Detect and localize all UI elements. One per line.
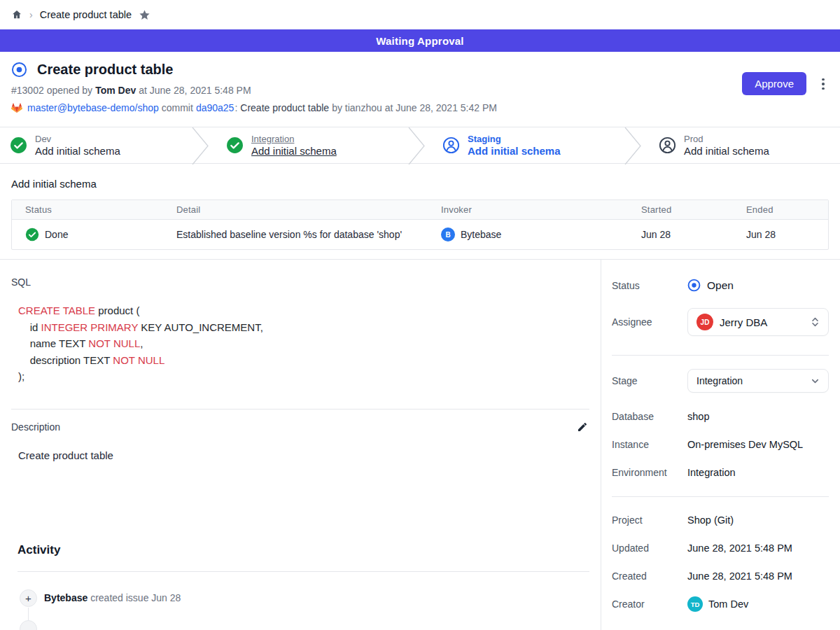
page-title: Create product table — [37, 62, 173, 78]
assignee-value: Jerry DBA — [720, 316, 804, 328]
project-label: Project — [612, 514, 687, 526]
stage-env-label: Staging — [468, 134, 561, 145]
environment-value: Integration — [687, 467, 736, 478]
col-ended: Ended — [733, 200, 828, 219]
pencil-icon — [577, 421, 588, 433]
timeline-connector — [28, 608, 29, 621]
description-label: Description — [11, 421, 60, 433]
task-ended: Jun 28 — [733, 220, 828, 249]
stage-task-label: Add initial schema — [684, 145, 769, 158]
stage-value: Integration — [696, 375, 804, 386]
instance-value: On-premises Dev MySQL — [687, 439, 803, 450]
divider — [612, 355, 829, 356]
chevron-down-icon — [811, 377, 820, 386]
stage-separator — [191, 127, 209, 164]
col-status: Status — [12, 200, 163, 219]
gitlab-icon — [11, 103, 22, 113]
opened-by-user: Tom Dev — [95, 84, 136, 97]
task-status: Done — [45, 229, 68, 240]
commit-hash-link[interactable]: da90a25 — [196, 102, 234, 114]
approval-banner: Waiting Approval — [0, 29, 840, 52]
updated-value: June 28, 2021 5:48 PM — [687, 542, 792, 554]
breadcrumb-chevron-icon: › — [29, 9, 33, 20]
open-status-icon — [687, 279, 701, 292]
project-value: Shop (Git) — [687, 514, 734, 526]
unfold-icon — [811, 316, 820, 328]
description-text: Create product table — [18, 449, 589, 461]
activity-action: created issue — [90, 592, 148, 603]
stage-task-label: Add initial schema — [35, 145, 120, 158]
instance-label: Instance — [612, 439, 687, 450]
edit-description-button[interactable] — [575, 420, 589, 434]
task-section: Add initial schema Status Detail Invoker… — [0, 164, 840, 260]
issue-sidebar: Status Open Assignee JD Jerry DBA Stage — [601, 260, 840, 630]
activity-time: Jun 28 — [151, 592, 181, 603]
environment-label: Environment — [612, 467, 687, 478]
divider — [18, 571, 589, 572]
issue-meta: #13002 opened by Tom Dev at June 28, 202… — [11, 84, 829, 97]
col-started: Started — [628, 200, 733, 219]
star-icon[interactable] — [139, 9, 150, 21]
stage-env-label: Prod — [684, 134, 769, 145]
task-section-title: Add initial schema — [11, 178, 829, 190]
activity-actor: Bytebase — [44, 592, 88, 603]
database-label: Database — [612, 411, 687, 422]
vcs-branch-link[interactable]: master@bytebase-demo/shop — [27, 102, 159, 114]
invoker-avatar: B — [441, 227, 455, 241]
breadcrumb: › Create product table — [0, 0, 840, 29]
table-row[interactable]: Done Established baseline version %s for… — [12, 220, 828, 249]
home-icon[interactable] — [11, 9, 22, 20]
stage-dev[interactable]: Dev Add initial schema — [0, 127, 191, 163]
stage-task-label: Add initial schema — [251, 145, 337, 158]
commit-message: Create product table — [240, 102, 329, 114]
status-value: Open — [707, 279, 734, 292]
divider — [11, 409, 589, 410]
creator-label: Creator — [612, 598, 687, 610]
task-started: Jun 28 — [628, 220, 733, 249]
stage-env-label: Integration — [251, 134, 337, 145]
issue-main-column: SQL CREATE TABLE product ( id INTEGER PR… — [0, 260, 601, 630]
sql-statement: CREATE TABLE product ( id INTEGER PRIMAR… — [18, 302, 589, 385]
assignee-avatar: JD — [696, 314, 713, 330]
database-value: shop — [687, 411, 709, 422]
check-circle-icon — [10, 136, 27, 154]
stage-task-label: Add initial schema — [468, 145, 561, 158]
stage-integration[interactable]: Integration Add initial schema — [209, 127, 407, 163]
activity-item: + Bytebase created issue Jun 28 — [20, 589, 589, 607]
assignee-select[interactable]: JD Jerry DBA — [687, 308, 829, 336]
issue-open-status-icon — [11, 62, 27, 78]
issue-header: Create product table #13002 opened by To… — [0, 52, 840, 127]
user-circle-icon — [442, 136, 460, 154]
done-check-icon — [25, 227, 39, 241]
issue-number: #13002 — [11, 84, 44, 97]
stage-prod[interactable]: Prod Add initial schema — [642, 127, 840, 163]
plus-icon: + — [20, 589, 37, 607]
created-value: June 28, 2021 5:48 PM — [687, 570, 792, 582]
stage-env-label: Dev — [35, 134, 120, 145]
vcs-commit-line: master@bytebase-demo/shop commit da90a25… — [11, 102, 829, 114]
assignee-label: Assignee — [612, 316, 687, 328]
col-invoker: Invoker — [428, 200, 628, 219]
breadcrumb-page-title: Create product table — [40, 9, 132, 20]
activity-title: Activity — [18, 543, 589, 557]
creator-avatar: TD — [687, 596, 703, 612]
divider — [612, 496, 829, 497]
stage-separator — [407, 127, 426, 164]
more-actions-button[interactable] — [816, 75, 830, 93]
task-invoker: Bytebase — [461, 229, 501, 240]
stage-staging[interactable]: Staging Add initial schema — [426, 127, 624, 163]
pipeline-stage-bar: Dev Add initial schema Integration Add i… — [0, 127, 840, 164]
stage-select[interactable]: Integration — [687, 369, 829, 393]
stage-separator — [624, 127, 642, 164]
created-label: Created — [612, 570, 687, 582]
approval-banner-text: Waiting Approval — [376, 35, 463, 47]
task-table-header: Status Detail Invoker Started Ended — [12, 200, 828, 220]
task-detail: Established baseline version %s for data… — [163, 220, 428, 249]
sql-label: SQL — [11, 276, 589, 288]
stage-label: Stage — [612, 375, 687, 386]
check-circle-icon — [226, 136, 244, 154]
user-circle-icon — [659, 136, 676, 154]
creator-value: Tom Dev — [708, 598, 748, 610]
approve-button[interactable]: Approve — [742, 72, 806, 95]
status-label: Status — [612, 280, 687, 291]
